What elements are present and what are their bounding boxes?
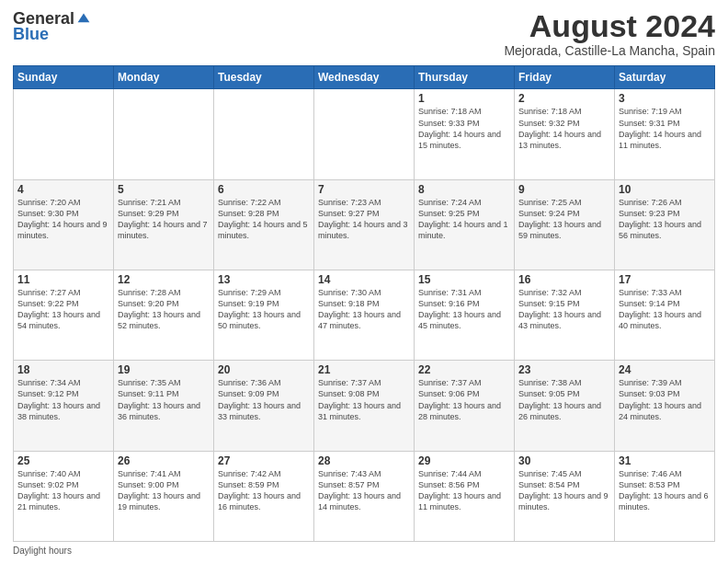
day-number: 28	[318, 454, 410, 467]
day-cell: 18Sunrise: 7:34 AM Sunset: 9:12 PM Dayli…	[14, 361, 114, 451]
week-row-1: 1Sunrise: 7:18 AM Sunset: 9:33 PM Daylig…	[14, 89, 715, 179]
logo-icon	[76, 12, 91, 27]
day-number: 5	[118, 183, 210, 196]
day-info: Sunrise: 7:27 AM Sunset: 9:22 PM Dayligh…	[17, 287, 109, 332]
day-info: Sunrise: 7:21 AM Sunset: 9:29 PM Dayligh…	[118, 197, 210, 242]
day-number: 31	[619, 454, 711, 467]
footer-note: Daylight hours	[13, 546, 715, 556]
week-row-2: 4Sunrise: 7:20 AM Sunset: 9:30 PM Daylig…	[14, 179, 715, 270]
day-info: Sunrise: 7:37 AM Sunset: 9:06 PM Dayligh…	[418, 377, 510, 422]
day-info: Sunrise: 7:22 AM Sunset: 9:28 PM Dayligh…	[218, 197, 310, 242]
day-cell: 31Sunrise: 7:46 AM Sunset: 8:53 PM Dayli…	[615, 451, 715, 541]
calendar-table: SundayMondayTuesdayWednesdayThursdayFrid…	[13, 65, 715, 542]
svg-marker-0	[78, 13, 90, 22]
column-header-wednesday: Wednesday	[314, 66, 415, 89]
logo: General Blue	[13, 9, 91, 44]
day-info: Sunrise: 7:40 AM Sunset: 9:02 PM Dayligh…	[17, 468, 109, 513]
day-cell: 4Sunrise: 7:20 AM Sunset: 9:30 PM Daylig…	[14, 179, 114, 270]
day-info: Sunrise: 7:26 AM Sunset: 9:23 PM Dayligh…	[619, 197, 711, 242]
day-info: Sunrise: 7:25 AM Sunset: 9:24 PM Dayligh…	[518, 197, 610, 242]
day-info: Sunrise: 7:20 AM Sunset: 9:30 PM Dayligh…	[17, 197, 109, 242]
day-cell: 26Sunrise: 7:41 AM Sunset: 9:00 PM Dayli…	[114, 451, 214, 541]
page: General Blue August 2024 Mejorada, Casti…	[0, 0, 728, 563]
day-cell: 28Sunrise: 7:43 AM Sunset: 8:57 PM Dayli…	[314, 451, 415, 541]
day-cell: 13Sunrise: 7:29 AM Sunset: 9:19 PM Dayli…	[214, 270, 314, 361]
day-info: Sunrise: 7:23 AM Sunset: 9:27 PM Dayligh…	[318, 197, 410, 242]
month-title: August 2024	[504, 9, 715, 43]
day-cell: 1Sunrise: 7:18 AM Sunset: 9:33 PM Daylig…	[415, 89, 515, 179]
day-cell: 3Sunrise: 7:19 AM Sunset: 9:31 PM Daylig…	[615, 89, 715, 179]
day-number: 2	[518, 92, 610, 105]
day-number: 16	[518, 273, 610, 286]
day-number: 23	[518, 363, 610, 376]
day-info: Sunrise: 7:43 AM Sunset: 8:57 PM Dayligh…	[318, 468, 410, 513]
day-number: 7	[318, 183, 410, 196]
day-cell: 12Sunrise: 7:28 AM Sunset: 9:20 PM Dayli…	[114, 270, 214, 361]
week-row-4: 18Sunrise: 7:34 AM Sunset: 9:12 PM Dayli…	[14, 361, 715, 451]
title-area: August 2024 Mejorada, Castille-La Mancha…	[504, 9, 715, 58]
day-cell: 22Sunrise: 7:37 AM Sunset: 9:06 PM Dayli…	[415, 361, 515, 451]
day-number: 12	[118, 273, 210, 286]
column-header-friday: Friday	[515, 66, 615, 89]
day-cell: 15Sunrise: 7:31 AM Sunset: 9:16 PM Dayli…	[415, 270, 515, 361]
day-info: Sunrise: 7:38 AM Sunset: 9:05 PM Dayligh…	[518, 377, 610, 422]
day-number: 3	[619, 92, 711, 105]
day-cell: 8Sunrise: 7:24 AM Sunset: 9:25 PM Daylig…	[415, 179, 515, 270]
day-cell: 14Sunrise: 7:30 AM Sunset: 9:18 PM Dayli…	[314, 270, 415, 361]
day-number: 14	[318, 273, 410, 286]
header: General Blue August 2024 Mejorada, Casti…	[13, 9, 715, 58]
day-info: Sunrise: 7:33 AM Sunset: 9:14 PM Dayligh…	[619, 287, 711, 332]
day-cell	[114, 89, 214, 179]
day-number: 10	[619, 183, 711, 196]
day-number: 4	[17, 183, 109, 196]
day-cell: 30Sunrise: 7:45 AM Sunset: 8:54 PM Dayli…	[515, 451, 615, 541]
day-info: Sunrise: 7:32 AM Sunset: 9:15 PM Dayligh…	[518, 287, 610, 332]
day-cell: 11Sunrise: 7:27 AM Sunset: 9:22 PM Dayli…	[14, 270, 114, 361]
day-number: 15	[418, 273, 510, 286]
day-info: Sunrise: 7:42 AM Sunset: 8:59 PM Dayligh…	[218, 468, 310, 513]
day-cell: 29Sunrise: 7:44 AM Sunset: 8:56 PM Dayli…	[415, 451, 515, 541]
day-number: 21	[318, 363, 410, 376]
day-number: 18	[17, 363, 109, 376]
day-cell: 20Sunrise: 7:36 AM Sunset: 9:09 PM Dayli…	[214, 361, 314, 451]
logo-blue-text: Blue	[13, 25, 49, 44]
week-row-3: 11Sunrise: 7:27 AM Sunset: 9:22 PM Dayli…	[14, 270, 715, 361]
day-number: 1	[418, 92, 510, 105]
day-cell: 17Sunrise: 7:33 AM Sunset: 9:14 PM Dayli…	[615, 270, 715, 361]
day-number: 30	[518, 454, 610, 467]
day-number: 17	[619, 273, 711, 286]
column-header-tuesday: Tuesday	[214, 66, 314, 89]
day-info: Sunrise: 7:34 AM Sunset: 9:12 PM Dayligh…	[17, 377, 109, 422]
day-cell: 24Sunrise: 7:39 AM Sunset: 9:03 PM Dayli…	[615, 361, 715, 451]
day-number: 25	[17, 454, 109, 467]
day-info: Sunrise: 7:46 AM Sunset: 8:53 PM Dayligh…	[619, 468, 711, 513]
location: Mejorada, Castille-La Mancha, Spain	[504, 43, 715, 58]
day-info: Sunrise: 7:31 AM Sunset: 9:16 PM Dayligh…	[418, 287, 510, 332]
day-number: 24	[619, 363, 711, 376]
day-cell	[314, 89, 415, 179]
day-info: Sunrise: 7:39 AM Sunset: 9:03 PM Dayligh…	[619, 377, 711, 422]
day-cell: 27Sunrise: 7:42 AM Sunset: 8:59 PM Dayli…	[214, 451, 314, 541]
day-info: Sunrise: 7:37 AM Sunset: 9:08 PM Dayligh…	[318, 377, 410, 422]
day-number: 27	[218, 454, 310, 467]
day-number: 11	[17, 273, 109, 286]
day-number: 20	[218, 363, 310, 376]
day-cell: 10Sunrise: 7:26 AM Sunset: 9:23 PM Dayli…	[615, 179, 715, 270]
day-number: 29	[418, 454, 510, 467]
calendar-header-row: SundayMondayTuesdayWednesdayThursdayFrid…	[14, 66, 715, 89]
day-number: 26	[118, 454, 210, 467]
day-info: Sunrise: 7:30 AM Sunset: 9:18 PM Dayligh…	[318, 287, 410, 332]
day-cell	[214, 89, 314, 179]
day-cell: 7Sunrise: 7:23 AM Sunset: 9:27 PM Daylig…	[314, 179, 415, 270]
day-cell: 19Sunrise: 7:35 AM Sunset: 9:11 PM Dayli…	[114, 361, 214, 451]
day-cell: 23Sunrise: 7:38 AM Sunset: 9:05 PM Dayli…	[515, 361, 615, 451]
daylight-label: Daylight hours	[13, 546, 72, 556]
day-info: Sunrise: 7:35 AM Sunset: 9:11 PM Dayligh…	[118, 377, 210, 422]
week-row-5: 25Sunrise: 7:40 AM Sunset: 9:02 PM Dayli…	[14, 451, 715, 541]
day-number: 8	[418, 183, 510, 196]
day-cell: 16Sunrise: 7:32 AM Sunset: 9:15 PM Dayli…	[515, 270, 615, 361]
day-cell: 9Sunrise: 7:25 AM Sunset: 9:24 PM Daylig…	[515, 179, 615, 270]
day-cell: 2Sunrise: 7:18 AM Sunset: 9:32 PM Daylig…	[515, 89, 615, 179]
day-info: Sunrise: 7:41 AM Sunset: 9:00 PM Dayligh…	[118, 468, 210, 513]
column-header-monday: Monday	[114, 66, 214, 89]
